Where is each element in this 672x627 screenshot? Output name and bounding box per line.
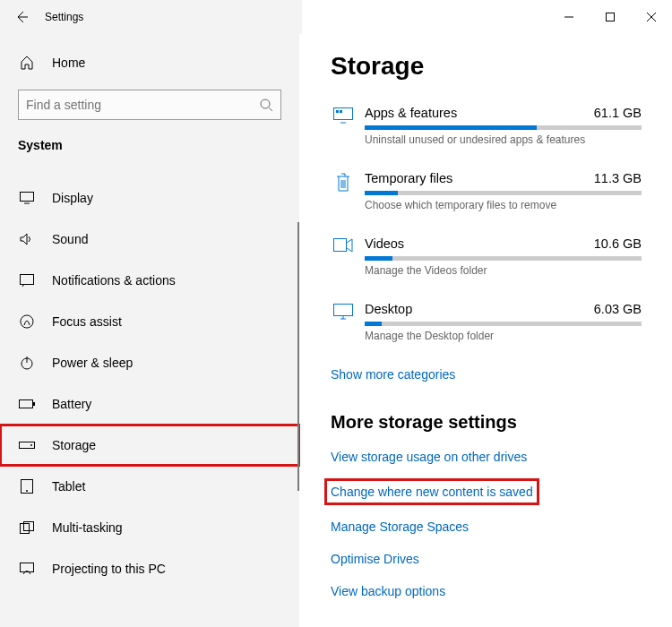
category-size: 11.3 GB [594, 171, 642, 185]
page-title: Storage [331, 52, 642, 81]
svg-rect-6 [21, 193, 34, 202]
category-size: 6.03 GB [594, 302, 642, 316]
category-desc: Manage the Videos folder [365, 264, 642, 277]
link-view-usage-other-drives[interactable]: View storage usage on other drives [331, 450, 527, 464]
usage-bar [365, 125, 642, 130]
link-view-backup-options[interactable]: View backup options [331, 584, 445, 598]
usage-bar [365, 256, 642, 261]
category-size: 10.6 GB [594, 236, 642, 251]
link-change-where-content-saved[interactable]: Change where new content is saved [327, 481, 537, 502]
sidebar-item-label: Sound [52, 232, 88, 246]
sidebar-item-label: Projecting to this PC [52, 562, 166, 576]
power-icon [18, 356, 36, 370]
content-pane: Storage Apps & features61.1 GB Uninstall… [300, 34, 672, 627]
svg-rect-8 [21, 275, 34, 285]
back-button[interactable] [0, 0, 43, 34]
home-label: Home [52, 56, 85, 70]
category-size: 61.1 GB [594, 106, 642, 120]
close-button[interactable] [631, 0, 672, 34]
sidebar: Home System Display Sound Notifications … [0, 34, 300, 627]
sidebar-menu: Display Sound Notifications & actions Fo… [0, 177, 299, 589]
section-system-label: System [0, 134, 299, 161]
svg-point-16 [26, 490, 28, 492]
sidebar-item-projecting[interactable]: Projecting to this PC [0, 548, 299, 589]
sidebar-item-label: Focus assist [52, 314, 122, 329]
home-nav[interactable]: Home [0, 45, 299, 81]
category-desc: Manage the Desktop folder [365, 330, 642, 342]
category-name: Apps & features [365, 106, 457, 120]
sidebar-item-label: Notifications & actions [52, 273, 176, 288]
sidebar-item-display[interactable]: Display [0, 177, 299, 219]
svg-rect-20 [334, 108, 353, 120]
svg-rect-17 [21, 524, 30, 534]
show-more-categories-link[interactable]: Show more categories [331, 367, 642, 382]
search-icon [259, 98, 273, 112]
window-controls [548, 0, 672, 34]
sidebar-item-tablet[interactable]: Tablet [0, 466, 299, 507]
app-title: Settings [43, 11, 83, 23]
svg-rect-22 [340, 110, 342, 113]
more-links-list: View storage usage on other drives Chang… [331, 449, 642, 599]
projecting-icon [18, 563, 36, 575]
category-temporary-files[interactable]: Temporary files11.3 GB Choose which temp… [331, 171, 642, 211]
sidebar-item-label: Display [52, 191, 93, 205]
category-name: Videos [365, 236, 404, 251]
usage-bar [365, 191, 642, 195]
sidebar-item-label: Power & sleep [52, 356, 133, 370]
category-videos[interactable]: Videos10.6 GB Manage the Videos folder [331, 236, 642, 277]
more-storage-heading: More storage settings [331, 412, 642, 433]
notifications-icon [18, 274, 36, 287]
focus-assist-icon [18, 314, 36, 329]
category-desc: Uninstall unused or undesired apps & fea… [365, 133, 642, 146]
sidebar-item-sound[interactable]: Sound [0, 219, 299, 260]
trash-icon [331, 171, 356, 211]
link-optimise-drives[interactable]: Optimise Drives [331, 552, 419, 566]
desktop-icon [331, 302, 356, 342]
sound-icon [18, 233, 36, 245]
svg-rect-28 [334, 305, 353, 316]
category-name: Temporary files [365, 171, 452, 185]
sidebar-item-battery[interactable]: Battery [0, 383, 299, 425]
link-manage-storage-spaces[interactable]: Manage Storage Spaces [331, 520, 469, 534]
sidebar-item-label: Multi-tasking [52, 520, 123, 535]
category-desktop[interactable]: Desktop6.03 GB Manage the Desktop folder [331, 302, 642, 342]
category-name: Desktop [365, 302, 412, 316]
storage-icon [18, 442, 36, 449]
usage-bar [365, 322, 642, 326]
svg-line-5 [269, 107, 272, 111]
svg-rect-1 [607, 13, 615, 21]
battery-icon [18, 399, 36, 408]
minimize-button[interactable] [548, 0, 590, 34]
svg-point-4 [261, 99, 270, 108]
sidebar-item-focus-assist[interactable]: Focus assist [0, 301, 299, 342]
tablet-icon [18, 479, 36, 494]
sidebar-item-label: Tablet [52, 479, 85, 494]
svg-rect-27 [334, 239, 347, 252]
sidebar-scrollbar[interactable] [297, 222, 299, 491]
titlebar: Settings [0, 0, 672, 34]
home-icon [18, 56, 36, 70]
display-icon [18, 192, 36, 204]
apps-features-icon [331, 106, 356, 146]
maximize-button[interactable] [590, 0, 631, 34]
svg-rect-11 [20, 400, 33, 408]
multitasking-icon [18, 521, 36, 534]
sidebar-item-label: Storage [52, 438, 96, 452]
sidebar-item-notifications[interactable]: Notifications & actions [0, 260, 299, 301]
video-icon [331, 236, 356, 277]
svg-rect-12 [33, 402, 35, 406]
svg-rect-21 [336, 110, 339, 113]
search-input[interactable] [26, 98, 259, 112]
sidebar-item-label: Battery [52, 397, 91, 411]
sidebar-item-storage[interactable]: Storage [0, 425, 299, 466]
search-box[interactable] [18, 90, 281, 120]
category-apps-features[interactable]: Apps & features61.1 GB Uninstall unused … [331, 106, 642, 146]
sidebar-item-multitasking[interactable]: Multi-tasking [0, 507, 299, 548]
category-desc: Choose which temporary files to remove [365, 199, 642, 211]
sidebar-item-power-sleep[interactable]: Power & sleep [0, 342, 299, 383]
svg-point-14 [30, 444, 32, 446]
